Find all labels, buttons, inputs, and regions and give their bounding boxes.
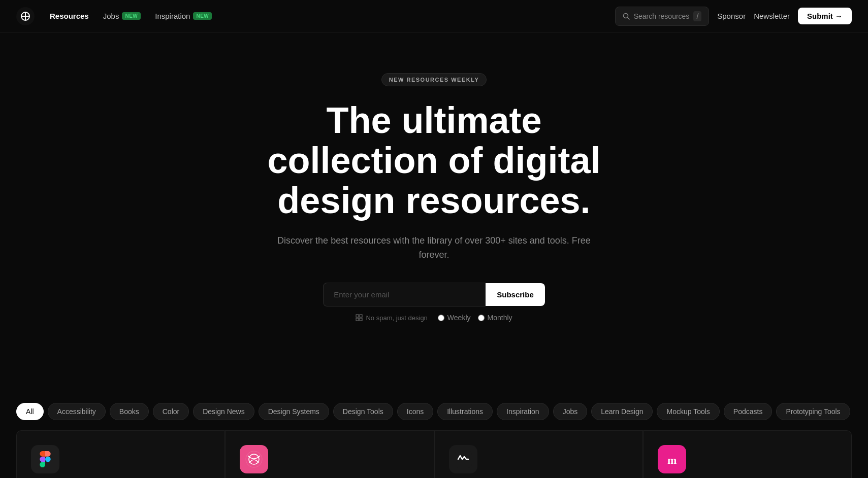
resource-card-mobbin[interactable]: Mobbin The world's largest mobile and we… <box>434 430 643 478</box>
sponsor-link[interactable]: Sponsor <box>717 12 746 20</box>
category-btn-podcasts[interactable]: Podcasts <box>724 403 773 420</box>
category-btn-learn-design[interactable]: Learn Design <box>591 403 653 420</box>
category-btn-design-tools[interactable]: Design Tools <box>333 403 393 420</box>
search-box[interactable]: Search resources / <box>615 7 710 26</box>
weekly-option[interactable]: Weekly <box>438 314 471 322</box>
hero-section: NEW RESOURCES WEEKLY The ultimate collec… <box>0 32 868 352</box>
nav-resources[interactable]: Resources <box>45 9 94 23</box>
resource-card-muzli[interactable]: m Muzli All the design inspiration you n… <box>643 430 852 478</box>
subscribe-row: Subscribe <box>16 283 852 306</box>
svg-rect-8 <box>360 318 362 321</box>
nav-links: Resources Jobs NEW Inspiration NEW <box>45 9 615 23</box>
category-btn-illustrations[interactable]: Illustrations <box>437 403 493 420</box>
resource-card-dribbble[interactable]: Dribbble Online community for showcasing… <box>225 430 434 478</box>
category-btn-accessibility[interactable]: Accessibility <box>48 403 106 420</box>
hero-badge: NEW RESOURCES WEEKLY <box>381 73 487 86</box>
svg-rect-7 <box>356 318 359 321</box>
resource-card-figma[interactable]: Figma Design and collaborate all in the … <box>16 430 225 478</box>
category-btn-all[interactable]: All <box>16 403 44 420</box>
category-btn-icons[interactable]: Icons <box>397 403 433 420</box>
nav-right: Search resources / Sponsor Newsletter Su… <box>615 7 852 26</box>
subscribe-options: Weekly Monthly <box>438 314 512 322</box>
jobs-new-badge: NEW <box>122 12 141 20</box>
cards-grid: Figma Design and collaborate all in the … <box>0 430 868 478</box>
navbar: Resources Jobs NEW Inspiration NEW Searc… <box>0 0 868 32</box>
search-shortcut-badge: / <box>693 11 701 21</box>
no-spam-label: No spam, just design <box>356 314 427 322</box>
hero-subtitle: Discover the best resources with the lib… <box>277 233 592 263</box>
svg-text:m: m <box>667 454 677 466</box>
category-btn-jobs[interactable]: Jobs <box>553 403 588 420</box>
svg-rect-5 <box>356 315 359 317</box>
svg-rect-11 <box>455 451 472 468</box>
categories-bar: AllAccessibilityBooksColorDesign NewsDes… <box>0 403 868 420</box>
nav-inspiration[interactable]: Inspiration NEW <box>150 9 217 23</box>
monthly-option[interactable]: Monthly <box>478 314 512 322</box>
logo[interactable] <box>16 7 35 25</box>
svg-line-4 <box>627 17 629 19</box>
search-placeholder: Search resources <box>634 12 690 20</box>
subscribe-button[interactable]: Subscribe <box>486 283 545 306</box>
category-btn-mockup-tools[interactable]: Mockup Tools <box>657 403 719 420</box>
monthly-radio[interactable] <box>478 315 485 321</box>
category-btn-prototyping-tools[interactable]: Prototyping Tools <box>776 403 850 420</box>
newsletter-link[interactable]: Newsletter <box>754 12 790 20</box>
card-icon-muzli: m <box>658 445 686 473</box>
card-icon-mobbin <box>449 445 477 473</box>
category-btn-books[interactable]: Books <box>110 403 149 420</box>
grid-icon <box>356 314 363 321</box>
category-btn-design-news[interactable]: Design News <box>193 403 254 420</box>
submit-button[interactable]: Submit → <box>798 8 852 24</box>
nav-jobs[interactable]: Jobs NEW <box>98 9 146 23</box>
category-btn-inspiration[interactable]: Inspiration <box>497 403 549 420</box>
card-icon-dribbble <box>240 445 268 473</box>
search-icon <box>623 13 630 20</box>
category-btn-color[interactable]: Color <box>153 403 189 420</box>
svg-rect-6 <box>360 315 362 317</box>
subscribe-meta: No spam, just design Weekly Monthly <box>16 314 852 322</box>
email-input[interactable] <box>323 283 486 306</box>
weekly-radio[interactable] <box>438 315 444 321</box>
card-icon-figma <box>31 445 59 473</box>
inspiration-new-badge: NEW <box>193 12 212 20</box>
category-btn-design-systems[interactable]: Design Systems <box>259 403 329 420</box>
hero-title: The ultimate collection of digital desig… <box>256 100 612 221</box>
